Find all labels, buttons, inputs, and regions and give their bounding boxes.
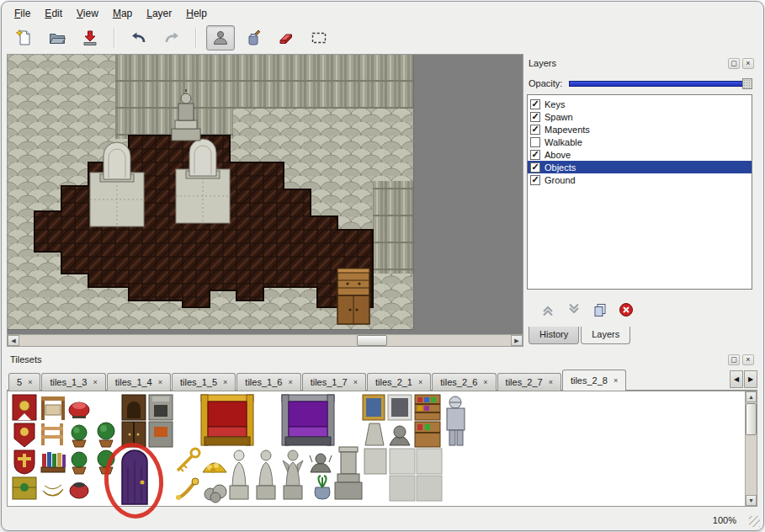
- float-panel-icon[interactable]: ◻: [728, 354, 740, 365]
- fill-tool-button[interactable]: [239, 25, 268, 51]
- tileset-tab-label: tiles_1_3: [50, 377, 87, 387]
- select-tool-button[interactable]: [305, 25, 333, 51]
- opacity-slider-fill: [569, 81, 743, 87]
- layer-visibility-checkbox[interactable]: ✓: [530, 150, 540, 160]
- tileset-tab-label: tiles_1_6: [245, 377, 282, 387]
- scroll-down-icon[interactable]: ▼: [746, 495, 757, 506]
- close-panel-icon[interactable]: ×: [742, 58, 754, 69]
- menu-help[interactable]: Help: [180, 6, 213, 21]
- duplicate-layer-button[interactable]: [591, 301, 609, 319]
- layer-row[interactable]: ✓ Objects: [528, 161, 752, 173]
- delete-layer-button[interactable]: [617, 301, 635, 319]
- tab-close-icon[interactable]: ×: [28, 378, 32, 386]
- layers-panel-header: Layers ◻ ×: [525, 56, 757, 71]
- tileset-tab[interactable]: 5 ×: [8, 373, 40, 391]
- application-window: File Edit View Map Layer Help: [1, 1, 764, 531]
- tileset-tab[interactable]: tiles_1_7 ×: [302, 373, 366, 391]
- menu-layer[interactable]: Layer: [141, 6, 178, 21]
- save-button[interactable]: [76, 25, 104, 51]
- hscrollbar-thumb[interactable]: [357, 335, 387, 346]
- layer-name: Above: [545, 150, 571, 160]
- layer-row[interactable]: ✓ Keys: [528, 98, 752, 110]
- map-view[interactable]: ◀ ▶: [7, 54, 523, 347]
- tab-close-icon[interactable]: ×: [223, 378, 227, 386]
- map-hscrollbar[interactable]: ◀ ▶: [8, 334, 523, 346]
- opacity-slider-handle[interactable]: [742, 78, 752, 89]
- raise-layer-button[interactable]: [539, 301, 557, 319]
- tab-close-icon[interactable]: ×: [483, 378, 487, 386]
- tileset-image[interactable]: [9, 393, 470, 506]
- tileset-vscrollbar[interactable]: ▲ ▼: [745, 391, 757, 506]
- new-map-button[interactable]: [10, 25, 39, 51]
- scroll-right-icon[interactable]: ▶: [511, 335, 523, 346]
- layer-row[interactable]: ✓ Spawn: [528, 110, 752, 123]
- tab-scroll-left-icon[interactable]: ◀: [730, 370, 743, 388]
- layer-list: ✓ Keys ✓ Spawn ✓ Mapevents ✓ Walkable ✓ …: [527, 94, 752, 290]
- menu-file[interactable]: File: [8, 6, 36, 21]
- menu-map[interactable]: Map: [107, 6, 138, 21]
- tileset-tab-label: tiles_1_4: [115, 377, 152, 387]
- layer-name: Ground: [545, 175, 576, 185]
- vscrollbar-thumb[interactable]: [746, 403, 757, 435]
- layer-row[interactable]: ✓ Walkable: [528, 136, 752, 148]
- tab-close-icon[interactable]: ×: [418, 378, 422, 386]
- layer-row[interactable]: ✓ Mapevents: [528, 123, 752, 136]
- scroll-up-icon[interactable]: ▲: [746, 391, 757, 402]
- layer-visibility-checkbox[interactable]: ✓: [530, 175, 540, 185]
- layer-visibility-checkbox[interactable]: ✓: [530, 162, 540, 173]
- tileset-tab[interactable]: tiles_2_1 ×: [367, 373, 431, 391]
- tileset-tab[interactable]: tiles_1_5 ×: [172, 373, 236, 391]
- toolbar-separator: [195, 28, 197, 48]
- tileset-tab[interactable]: tiles_1_4 ×: [107, 373, 171, 391]
- tab-close-icon[interactable]: ×: [353, 378, 358, 386]
- close-panel-icon[interactable]: ×: [742, 354, 754, 365]
- layer-visibility-checkbox[interactable]: ✓: [530, 137, 540, 147]
- float-panel-icon[interactable]: ◻: [728, 58, 740, 69]
- layer-name: Keys: [545, 99, 565, 109]
- tileset-tab[interactable]: tiles_2_7 ×: [497, 373, 561, 391]
- tileset-tab-label: tiles_2_8: [571, 375, 608, 386]
- layer-row[interactable]: ✓ Above: [528, 148, 752, 161]
- tileset-tab[interactable]: tiles_1_6 ×: [236, 373, 300, 391]
- tab-layers[interactable]: Layers: [581, 327, 630, 344]
- tileset-tab-label: tiles_1_5: [180, 377, 217, 387]
- tab-scroll-right-icon[interactable]: ▶: [744, 370, 757, 388]
- layer-visibility-checkbox[interactable]: ✓: [530, 99, 540, 109]
- tab-close-icon[interactable]: ×: [158, 378, 162, 386]
- redo-icon: [162, 29, 181, 47]
- stamp-tool-button[interactable]: [206, 25, 235, 51]
- raise-layer-icon: [540, 302, 555, 317]
- select-tool-icon: [310, 29, 328, 47]
- map-canvas[interactable]: [8, 55, 413, 329]
- layer-actions: [539, 300, 635, 320]
- scroll-left-icon[interactable]: ◀: [8, 335, 19, 346]
- tab-close-icon[interactable]: ×: [288, 378, 292, 386]
- opacity-slider[interactable]: [569, 78, 752, 89]
- redo-button[interactable]: [157, 25, 186, 51]
- layer-visibility-checkbox[interactable]: ✓: [530, 112, 540, 122]
- tileset-tab-label: tiles_2_7: [506, 377, 543, 387]
- statusbar: 100%: [2, 510, 763, 530]
- tab-history[interactable]: History: [529, 327, 579, 344]
- undo-button[interactable]: [125, 25, 153, 51]
- tileset-tab[interactable]: tiles_2_8 ×: [562, 370, 626, 391]
- menu-view[interactable]: View: [71, 6, 104, 21]
- tileset-tab[interactable]: tiles_1_3 ×: [41, 373, 105, 391]
- layer-visibility-checkbox[interactable]: ✓: [530, 125, 540, 135]
- eraser-tool-button[interactable]: [272, 25, 300, 51]
- tileset-tab[interactable]: tiles_2_6 ×: [432, 373, 496, 391]
- tab-close-icon[interactable]: ×: [614, 376, 618, 385]
- layers-panel-title: Layers: [529, 58, 556, 68]
- tab-close-icon[interactable]: ×: [93, 378, 97, 386]
- menu-edit[interactable]: Edit: [39, 6, 68, 21]
- zoom-level: 100%: [713, 515, 736, 525]
- open-button[interactable]: [43, 25, 72, 51]
- tab-close-icon[interactable]: ×: [549, 378, 553, 386]
- fill-tool-icon: [244, 29, 263, 47]
- tileset-tab-label: tiles_1_7: [311, 377, 348, 387]
- layer-row[interactable]: ✓ Ground: [528, 173, 752, 186]
- layer-name: Walkable: [545, 137, 582, 147]
- delete-layer-icon: [619, 302, 634, 317]
- resize-grip[interactable]: [749, 516, 760, 527]
- lower-layer-button[interactable]: [565, 301, 583, 319]
